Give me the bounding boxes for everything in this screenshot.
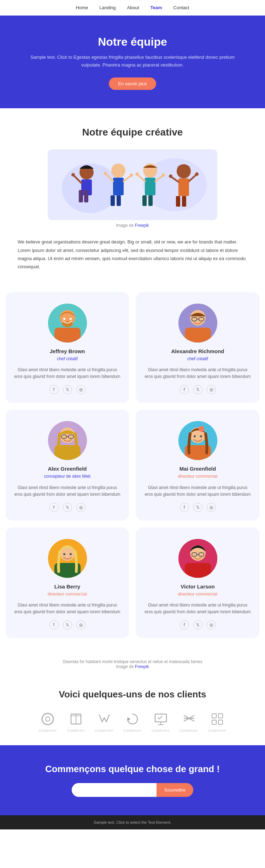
facebook-icon-1[interactable]: f (49, 385, 59, 394)
facebook-icon-5[interactable]: f (49, 620, 59, 630)
hero-description: Sample text. Click to Egestas egestas fr… (28, 53, 237, 69)
submit-button[interactable]: Soumettre (157, 783, 193, 797)
twitter-icon-3[interactable]: 𝕏 (63, 503, 72, 512)
bottom-credit-text: Glavrida for habitant morbi tristique se… (0, 655, 265, 671)
svg-rect-18 (142, 195, 147, 206)
client-label-7: COMPANY (208, 729, 226, 732)
svg-point-54 (194, 435, 196, 437)
member-desc-1: Glavi amet ritnsl libero molestie ante u… (14, 367, 120, 380)
svg-point-14 (104, 172, 107, 175)
team-card-3: Alex Greenfield concepteur de sites Web … (6, 410, 129, 521)
hero-section: Notre équipe Sample text. Click to Egest… (0, 16, 265, 108)
social-icons-5: f 𝕏 ◎ (14, 620, 120, 630)
member-role-1: chef créatif (14, 356, 120, 362)
freepik-link-2[interactable]: Freepik (135, 664, 149, 669)
svg-point-59 (63, 553, 65, 555)
svg-point-22 (135, 172, 139, 176)
email-input[interactable] (72, 783, 157, 797)
svg-point-8 (111, 163, 125, 178)
team-card-4: Mai Greenfield directeur commercial Glav… (136, 410, 259, 521)
instagram-icon-3[interactable]: ◎ (76, 503, 86, 512)
client-icon-1 (40, 711, 55, 727)
svg-point-30 (169, 174, 172, 178)
bottom-bar-text: Sample text. Click to select the Text El… (5, 820, 260, 824)
hero-button[interactable]: En savoir plus (109, 77, 156, 90)
nav-landing[interactable]: Landing (99, 5, 116, 10)
member-desc-3: Glavi amet ritnsl libero molestie ante u… (14, 484, 120, 498)
svg-point-36 (63, 318, 65, 320)
client-label-6: COMPANY (180, 729, 198, 732)
instagram-icon-5[interactable]: ◎ (76, 620, 86, 630)
svg-marker-71 (128, 717, 130, 721)
image-credit: Image de Freepik (14, 223, 251, 228)
member-desc-4: Glavi amet ritnsl libero molestie ante u… (145, 484, 251, 498)
client-icon-7 (210, 711, 225, 727)
member-name-1: Jeffrey Brown (14, 348, 120, 354)
svg-point-37 (70, 318, 72, 320)
member-role-6: directeur commercial (145, 591, 251, 598)
client-logo-1: COMPANY (39, 711, 57, 732)
svg-rect-25 (178, 178, 189, 196)
footer-cta-title: Commençons quelque chose de grand ! (28, 764, 237, 775)
svg-rect-17 (145, 178, 155, 195)
client-label-3: COMPANY (95, 729, 113, 732)
member-name-6: Victor Larson (145, 584, 251, 590)
twitter-icon-6[interactable]: 𝕏 (193, 620, 202, 630)
client-label-2: COMPANY (67, 729, 85, 732)
client-icon-5 (153, 711, 169, 727)
client-logo-6: COMPANY (180, 711, 198, 732)
clients-logos: COMPANY COMPANY COMPANY (14, 711, 251, 732)
svg-rect-19 (148, 195, 153, 206)
team-section: Notre équipe créative (0, 108, 265, 292)
member-name-5: Lisa Berry (14, 584, 120, 590)
client-icon-2 (68, 711, 84, 727)
avatar-4 (178, 421, 217, 460)
client-label-5: COMPANY (152, 729, 170, 732)
social-icons-1: f 𝕏 ◎ (14, 385, 120, 394)
svg-point-53 (199, 426, 204, 432)
twitter-icon-1[interactable]: 𝕏 (63, 385, 72, 394)
facebook-icon-6[interactable]: f (180, 620, 189, 630)
client-logo-4: COMPANY (123, 711, 142, 732)
member-role-2: chef créatif (145, 356, 251, 362)
team-description: We believe great organisations deserve g… (14, 238, 251, 271)
member-name-2: Alexandre Richmond (145, 348, 251, 354)
footer-cta-section: Commençons quelque chose de grand ! Soum… (0, 745, 265, 815)
svg-point-55 (200, 435, 202, 437)
facebook-icon-2[interactable]: f (180, 385, 189, 394)
nav-contact[interactable]: Contact (173, 5, 189, 10)
svg-rect-11 (117, 195, 121, 206)
nav-team[interactable]: Team (151, 5, 162, 10)
bottom-bar: Sample text. Click to select the Text El… (0, 815, 265, 829)
svg-rect-80 (212, 720, 216, 724)
svg-point-24 (177, 164, 191, 178)
member-desc-2: Glavi amet ritnsl libero molestie ante u… (145, 367, 251, 380)
instagram-icon-2[interactable]: ◎ (207, 385, 216, 394)
team-title: Notre équipe créative (14, 127, 251, 138)
instagram-icon-1[interactable]: ◎ (76, 385, 86, 394)
twitter-icon-5[interactable]: 𝕏 (63, 620, 72, 630)
svg-point-7 (71, 173, 75, 177)
facebook-icon-4[interactable]: f (180, 503, 189, 512)
svg-point-15 (130, 173, 133, 177)
instagram-icon-4[interactable]: ◎ (207, 503, 216, 512)
facebook-icon-3[interactable]: f (49, 503, 59, 512)
clients-section: Voici quelques-uns de nos clients COMPAN… (0, 672, 265, 745)
member-desc-6: Glavi amet ritnsl libero molestie ante u… (145, 602, 251, 615)
nav-home[interactable]: Home (76, 5, 88, 10)
social-icons-6: f 𝕏 ◎ (145, 620, 251, 630)
instagram-icon-6[interactable]: ◎ (207, 620, 216, 630)
svg-point-67 (42, 713, 53, 725)
client-logo-7: COMPANY (208, 711, 226, 732)
bottom-team-credits: Glavrida for habitant morbi tristique se… (0, 652, 265, 672)
nav-about[interactable]: About (127, 5, 139, 10)
client-logo-3: COMPANY (95, 711, 113, 732)
twitter-icon-2[interactable]: 𝕏 (193, 385, 202, 394)
twitter-icon-4[interactable]: 𝕏 (193, 503, 202, 512)
svg-point-68 (46, 717, 50, 721)
freepik-link[interactable]: Freepik (135, 223, 149, 228)
svg-rect-81 (218, 720, 223, 724)
svg-point-60 (70, 553, 72, 555)
svg-rect-10 (111, 195, 115, 206)
svg-rect-34 (54, 328, 81, 343)
